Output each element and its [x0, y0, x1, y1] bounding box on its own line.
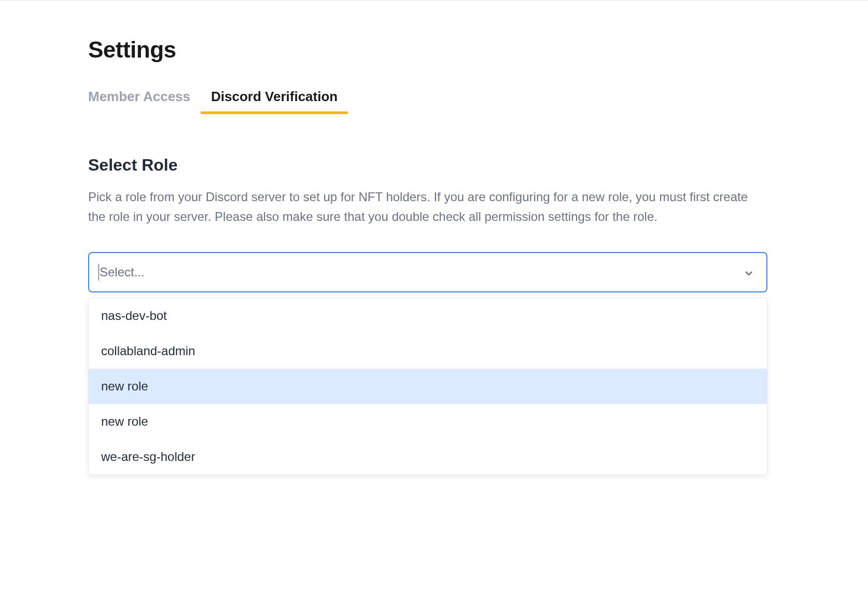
page-title: Settings [88, 37, 780, 63]
section-description: Pick a role from your Discord server to … [88, 187, 767, 227]
role-select-wrapper: Select... nas-dev-bot collabland-admin n… [88, 252, 767, 292]
dropdown-option-label: nas-dev-bot [101, 309, 167, 323]
tab-discord-verification[interactable]: Discord Verification [211, 89, 338, 114]
dropdown-option[interactable]: collabland-admin [89, 333, 767, 369]
text-cursor [99, 264, 99, 281]
role-dropdown: nas-dev-bot collabland-admin new role ne… [88, 298, 767, 475]
dropdown-option-label: new role [101, 379, 148, 393]
tab-member-access[interactable]: Member Access [88, 89, 190, 114]
role-select-input[interactable]: Select... [88, 252, 767, 292]
dropdown-option[interactable]: nas-dev-bot [89, 298, 767, 333]
dropdown-option-label: we-are-sg-holder [101, 450, 195, 464]
dropdown-option-label: new role [101, 414, 148, 428]
tab-label: Member Access [88, 89, 190, 104]
tab-label: Discord Verification [211, 89, 338, 104]
dropdown-option[interactable]: new role [89, 369, 767, 404]
section-title: Select Role [88, 156, 780, 175]
role-select-placeholder: Select... [100, 265, 145, 279]
dropdown-option[interactable]: we-are-sg-holder [89, 439, 767, 474]
dropdown-option-label: collabland-admin [101, 344, 195, 358]
chevron-down-icon [744, 267, 754, 277]
dropdown-option[interactable]: new role [89, 404, 767, 439]
settings-page: Settings Member Access Discord Verificat… [0, 1, 868, 292]
tabs-container: Member Access Discord Verification [88, 89, 780, 114]
